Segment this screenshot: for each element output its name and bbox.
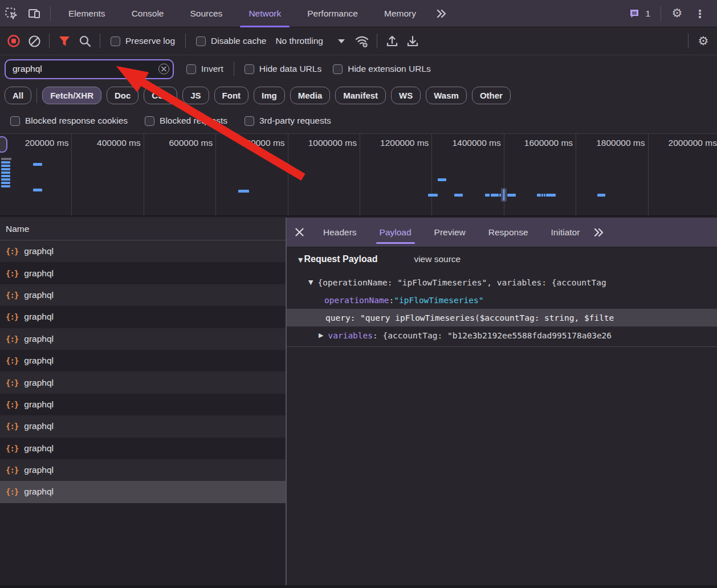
chip-other[interactable]: Other [472,87,511,104]
request-payload-section-header[interactable]: ▼ Request Payload view source [287,254,717,273]
payload-variables-line[interactable]: ▶ variables: {accountTag: "b12e3b2192ee5… [287,326,717,344]
filter-input[interactable] [5,59,174,79]
table-row[interactable]: {:}graphql [0,394,286,415]
chip-all[interactable]: All [5,87,31,104]
json-braces-icon: {:} [6,422,18,431]
detail-tab-response[interactable]: Response [477,218,540,247]
table-row[interactable]: {:}graphql [0,415,286,437]
-rd-party-requests-control[interactable]: 3rd-party requests [245,116,331,126]
request-timeline-bar [507,194,516,197]
checkbox[interactable] [145,116,154,126]
throttling-select[interactable]: No throttling [275,36,345,46]
divider [100,34,100,48]
chip-js[interactable]: JS [182,87,209,104]
network-settings-button[interactable]: ⚙ [693,31,714,51]
search-button[interactable] [75,31,95,51]
json-braces-icon: {:} [6,356,18,365]
preserve-log-checkbox[interactable] [111,36,120,46]
chip-img[interactable]: Img [254,87,285,104]
table-row[interactable]: {:}graphql [0,459,286,481]
json-braces-icon: {:} [6,466,18,475]
filter-toggle-button[interactable] [54,31,75,51]
payload-key: query [325,313,351,322]
divider [49,34,50,48]
tab-network[interactable]: Network [235,0,294,27]
invert-checkbox[interactable] [186,64,196,74]
more-detail-tabs-button[interactable] [593,228,605,237]
more-tabs-button[interactable] [429,9,454,18]
table-row[interactable]: {:}graphql [0,240,286,262]
device-toolbar-button[interactable] [23,2,46,25]
request-name: graphql [24,443,54,454]
hide-extension-urls-control[interactable]: Hide extension URLs [333,64,431,74]
chip-css[interactable]: CSS [144,87,177,104]
payload-operation-name-line[interactable]: operationName: "ipFlowTimeseries" [287,291,717,309]
checkbox[interactable] [245,116,254,126]
table-row[interactable]: {:}graphql [0,481,286,503]
checkbox-label: Blocked requests [160,116,227,126]
chip-ws[interactable]: WS [391,87,421,104]
customize-devtools-button[interactable]: ⋮ [689,2,711,25]
inspect-element-button[interactable] [0,2,23,25]
tab-elements[interactable]: Elements [55,0,119,27]
divider [36,88,37,103]
disable-cache-control[interactable]: Disable cache [196,36,266,46]
table-row[interactable]: {:}graphql [0,306,286,328]
tab-console[interactable]: Console [119,0,177,27]
requests-panel: Name {:}graphql{:}graphql{:}graphql{:}gr… [0,218,286,585]
timeline-tick-label: 400000 ms [97,138,141,148]
detail-tab-preview[interactable]: Preview [423,218,477,247]
tab-sources[interactable]: Sources [177,0,236,27]
settings-button[interactable]: ⚙ [666,2,689,25]
chip-wasm[interactable]: Wasm [426,87,467,104]
payload-query-line-selected[interactable]: query: "query ipFlowTimeseries($accountT… [287,309,717,326]
table-row[interactable]: {:}graphql [0,284,286,306]
chip-font[interactable]: Font [214,87,248,104]
timeline-tick-label: 1400000 ms [452,138,500,148]
close-detail-button[interactable] [287,220,312,245]
payload-root-line[interactable]: ▼ {operationName: "ipFlowTimeseries", va… [287,273,717,291]
invert-control[interactable]: Invert [186,64,223,74]
view-source-link[interactable]: view source [414,254,461,264]
blocked-response-cookies-control[interactable]: Blocked response cookies [10,116,128,126]
chip-fetchxhr[interactable]: Fetch/XHR [42,87,101,104]
table-row[interactable]: {:}graphql [0,438,286,459]
hide-extension-urls-checkbox[interactable] [333,64,343,74]
preserve-log-control[interactable]: Preserve log [111,36,175,46]
table-row[interactable]: {:}graphql [0,371,286,393]
request-name: graphql [24,399,54,410]
clear-filter-button[interactable] [158,64,169,75]
name-column-header[interactable]: Name [0,218,286,240]
resource-type-filter-row: AllFetch/XHRDocCSSJSFontImgMediaManifest… [0,83,717,108]
record-network-log-button[interactable] [3,31,24,51]
chip-manifest[interactable]: Manifest [335,87,386,104]
disable-cache-checkbox[interactable] [196,36,206,46]
detail-tab-payload[interactable]: Payload [368,218,423,247]
chip-media[interactable]: Media [290,87,331,104]
timeline-scroll-handle[interactable] [0,136,7,153]
network-conditions-button[interactable] [352,31,372,51]
export-har-button[interactable] [402,31,423,51]
detail-tab-headers[interactable]: Headers [312,218,368,247]
blocked-requests-control[interactable]: Blocked requests [145,116,227,126]
checkbox[interactable] [10,116,20,126]
table-row[interactable]: {:}graphql [0,262,286,284]
timeline-tick-label: 1800000 ms [596,138,645,148]
chip-doc[interactable]: Doc [107,87,138,104]
tab-memory[interactable]: Memory [371,0,429,27]
table-row[interactable]: {:}graphql [0,328,286,350]
bottom-edge [0,585,717,588]
import-har-button[interactable] [382,31,402,51]
payload-divider [287,346,717,347]
clear-network-log-button[interactable] [24,31,44,51]
issues-button[interactable] [627,2,642,25]
tab-performance[interactable]: Performance [294,0,371,27]
detail-tab-initiator[interactable]: Initiator [540,218,592,247]
hide-data-urls-control[interactable]: Hide data URLs [245,64,321,74]
request-timeline-bar [501,188,507,202]
panel-tabs: ElementsConsoleSourcesNetworkPerformance… [55,0,429,27]
timeline-tick-label: 1200000 ms [380,138,429,148]
hide-data-urls-checkbox[interactable] [245,64,254,74]
table-row[interactable]: {:}graphql [0,350,286,371]
network-overview-timeline[interactable]: 200000 ms400000 ms600000 ms800000 ms1000… [0,134,717,217]
